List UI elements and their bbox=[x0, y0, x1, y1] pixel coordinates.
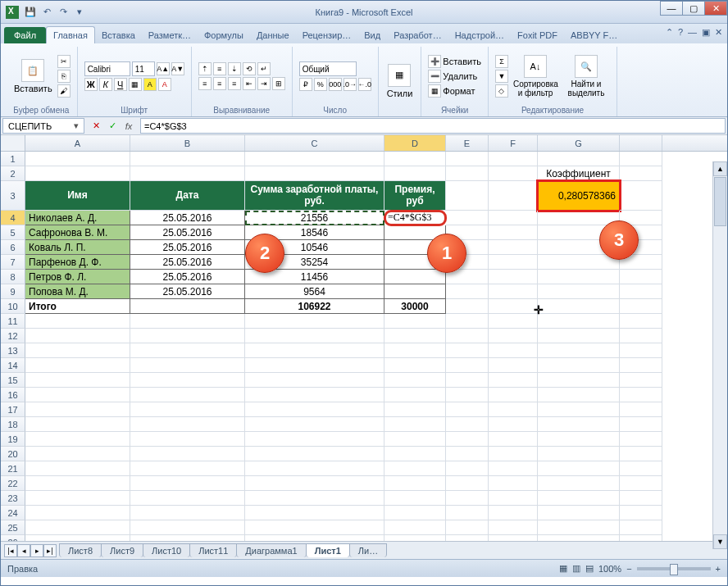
cell[interactable] bbox=[446, 181, 489, 211]
format-painter-icon[interactable]: 🖌 bbox=[57, 84, 71, 98]
cell[interactable] bbox=[25, 343, 130, 358]
cell[interactable] bbox=[130, 358, 245, 373]
sheet-tab[interactable]: Лист11 bbox=[189, 543, 237, 557]
cell[interactable] bbox=[25, 388, 130, 402]
fill-color-icon[interactable]: А bbox=[143, 78, 157, 91]
cell[interactable] bbox=[489, 270, 538, 284]
cell[interactable] bbox=[489, 181, 538, 211]
row-header[interactable]: 13 bbox=[1, 343, 25, 358]
cell[interactable] bbox=[620, 491, 662, 506]
cell[interactable] bbox=[384, 402, 446, 417]
cell-salary[interactable]: 9564 bbox=[245, 284, 384, 299]
cell[interactable] bbox=[384, 343, 446, 358]
cell[interactable] bbox=[384, 388, 446, 402]
cell[interactable] bbox=[538, 152, 620, 166]
orientation-icon[interactable]: ⟲ bbox=[243, 62, 256, 75]
cell[interactable] bbox=[245, 388, 384, 402]
cell[interactable] bbox=[446, 461, 489, 476]
paste-button[interactable]: 📋 Вставить bbox=[12, 57, 54, 95]
cell[interactable] bbox=[384, 520, 446, 535]
decrease-decimal-icon[interactable]: ←.0 bbox=[358, 78, 371, 91]
indent-increase-icon[interactable]: ⇥ bbox=[257, 77, 271, 90]
cell[interactable] bbox=[245, 447, 384, 461]
cell[interactable] bbox=[384, 447, 446, 461]
row-header[interactable]: 16 bbox=[1, 388, 25, 402]
percent-icon[interactable]: % bbox=[314, 78, 327, 91]
row-header[interactable]: 8 bbox=[1, 270, 25, 284]
cell[interactable] bbox=[538, 388, 620, 402]
cell[interactable] bbox=[245, 535, 384, 541]
sheet-nav-last-icon[interactable]: ▸| bbox=[43, 544, 57, 557]
cell[interactable] bbox=[489, 476, 538, 491]
bold-icon[interactable]: Ж bbox=[84, 78, 98, 91]
cell[interactable] bbox=[620, 506, 662, 520]
cell[interactable] bbox=[245, 476, 384, 491]
cell[interactable] bbox=[245, 417, 384, 432]
row-header[interactable]: 5 bbox=[1, 225, 25, 240]
cell[interactable] bbox=[245, 506, 384, 520]
cell[interactable] bbox=[620, 535, 662, 541]
undo-icon[interactable]: ↶ bbox=[40, 6, 53, 19]
cut-icon[interactable]: ✂ bbox=[57, 55, 71, 68]
sheet-nav-first-icon[interactable]: |◂ bbox=[4, 544, 17, 557]
cell[interactable] bbox=[130, 329, 245, 343]
total-bonus[interactable]: 30000 bbox=[384, 299, 446, 314]
cell-name[interactable]: Парфенов Д. Ф. bbox=[25, 255, 130, 270]
sort-filter-button[interactable]: A↓ Сортировка и фильтр bbox=[512, 53, 559, 99]
scroll-thumb[interactable] bbox=[714, 177, 726, 226]
cell[interactable] bbox=[446, 491, 489, 506]
close-button[interactable]: ✕ bbox=[704, 1, 727, 16]
cell[interactable] bbox=[489, 373, 538, 388]
cell[interactable] bbox=[25, 329, 130, 343]
cell[interactable] bbox=[538, 535, 620, 541]
cell[interactable] bbox=[130, 343, 245, 358]
help-icon[interactable]: ? bbox=[678, 27, 683, 38]
minimize-button[interactable]: — bbox=[660, 1, 683, 16]
find-select-button[interactable]: 🔍 Найти и выделить bbox=[562, 53, 610, 99]
cell[interactable] bbox=[130, 520, 245, 535]
cell-name[interactable]: Петров Ф. Л. bbox=[25, 270, 130, 284]
align-left-icon[interactable]: ≡ bbox=[198, 77, 212, 90]
row-header[interactable]: 22 bbox=[1, 476, 25, 491]
row-header[interactable]: 26 bbox=[1, 535, 25, 541]
quick-access-toolbar[interactable]: 💾 ↶ ↷ ▾ bbox=[24, 6, 86, 19]
cell[interactable] bbox=[446, 520, 489, 535]
cell[interactable] bbox=[538, 343, 620, 358]
shrink-font-icon[interactable]: A▼ bbox=[171, 62, 184, 75]
qat-more-icon[interactable]: ▾ bbox=[73, 6, 86, 19]
tab-layout[interactable]: Разметк… bbox=[142, 27, 198, 43]
cell[interactable] bbox=[130, 388, 245, 402]
cell-date[interactable]: 25.05.2016 bbox=[130, 225, 245, 240]
cell[interactable] bbox=[130, 447, 245, 461]
cell[interactable] bbox=[130, 314, 245, 329]
cell[interactable] bbox=[446, 447, 489, 461]
row-header[interactable]: 24 bbox=[1, 506, 25, 520]
active-cell-D4[interactable]: =C4*$G$3 bbox=[384, 211, 446, 225]
font-size-input[interactable]: 11 bbox=[132, 61, 155, 76]
cell[interactable] bbox=[446, 373, 489, 388]
cell[interactable] bbox=[130, 506, 245, 520]
cell[interactable] bbox=[384, 329, 446, 343]
cell[interactable] bbox=[620, 388, 662, 402]
col-header-F[interactable]: F bbox=[489, 135, 538, 151]
total-salary[interactable]: 106922 bbox=[245, 299, 384, 314]
row-header[interactable]: 14 bbox=[1, 358, 25, 373]
increase-decimal-icon[interactable]: .0→ bbox=[344, 78, 357, 91]
cell[interactable] bbox=[130, 402, 245, 417]
cell-date[interactable]: 25.05.2016 bbox=[130, 270, 245, 284]
cell[interactable] bbox=[446, 402, 489, 417]
table-header-date[interactable]: Дата bbox=[130, 181, 245, 211]
cell[interactable] bbox=[25, 314, 130, 329]
cell[interactable] bbox=[489, 166, 538, 181]
cell[interactable] bbox=[538, 299, 620, 314]
indent-decrease-icon[interactable]: ⇤ bbox=[243, 77, 256, 90]
row-header[interactable]: 7 bbox=[1, 255, 25, 270]
cell[interactable] bbox=[620, 299, 662, 314]
cell[interactable] bbox=[245, 520, 384, 535]
cell[interactable] bbox=[489, 299, 538, 314]
clear-icon[interactable]: ◇ bbox=[495, 84, 508, 98]
vertical-scrollbar[interactable]: ▲ ▼ bbox=[712, 161, 727, 549]
row-header[interactable]: 1 bbox=[1, 152, 25, 166]
cell[interactable] bbox=[130, 299, 245, 314]
format-label[interactable]: Формат bbox=[443, 86, 475, 96]
